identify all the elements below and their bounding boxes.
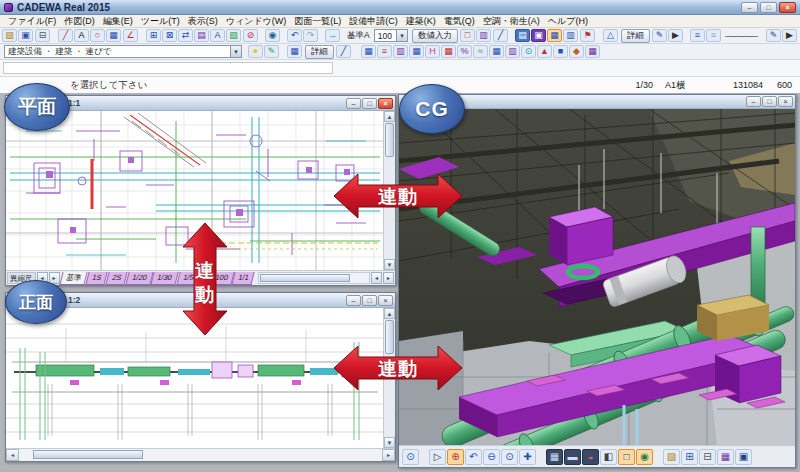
tab-scale-2s[interactable]: 2S: [105, 272, 127, 285]
plan-vscroll-thumb[interactable]: [385, 123, 394, 157]
front-maximize-button[interactable]: □: [362, 295, 377, 306]
block-icon[interactable]: ■: [553, 45, 568, 58]
select-rect-icon[interactable]: □: [460, 29, 475, 42]
style-pick-icon[interactable]: ▶: [782, 29, 797, 42]
menu-edit[interactable]: 編集(E): [100, 15, 136, 28]
zoom-window-icon[interactable]: ⊙: [402, 449, 419, 465]
scroll-up-icon[interactable]: ▲: [384, 308, 395, 319]
thick-line-icon[interactable]: ≡: [690, 29, 705, 42]
cg-save-icon[interactable]: ▣: [735, 449, 752, 465]
undo-icon[interactable]: ↶: [287, 29, 302, 42]
menu-hvac-sanitary[interactable]: 空調・衛生(A): [480, 15, 543, 28]
hanger-icon[interactable]: H: [425, 45, 440, 58]
zoom-previous-icon[interactable]: ↶: [465, 449, 482, 465]
layers-icon[interactable]: ▤: [194, 29, 209, 42]
plan-minimize-button[interactable]: –: [346, 98, 361, 109]
pan-icon[interactable]: ✚: [519, 449, 536, 465]
alert-icon[interactable]: ▲: [537, 45, 552, 58]
menu-tools[interactable]: ツール(T): [138, 15, 183, 28]
front-close-button[interactable]: ×: [378, 295, 393, 306]
cg-maximize-button[interactable]: □: [762, 96, 777, 107]
grid-icon[interactable]: ▦: [106, 29, 121, 42]
menu-help[interactable]: ヘルプ(H): [545, 15, 591, 28]
duct-violet-icon[interactable]: ▦: [585, 45, 600, 58]
menu-window[interactable]: ウィンドウ(W): [223, 15, 290, 28]
scale-combo[interactable]: 100 ▾: [374, 29, 408, 42]
zoom-out-icon[interactable]: ⊖: [483, 449, 500, 465]
plan-horizontal-scrollbar[interactable]: [258, 272, 370, 284]
scroll-down-icon[interactable]: ▼: [384, 259, 395, 270]
detail-button-2[interactable]: 詳細: [305, 45, 334, 59]
lamp-icon[interactable]: ●: [248, 45, 263, 58]
valve-icon[interactable]: ⊙: [521, 45, 536, 58]
move-icon[interactable]: ⇄: [178, 29, 193, 42]
cg-close-button[interactable]: ×: [778, 96, 793, 107]
minimize-button[interactable]: –: [741, 2, 758, 13]
list-icon[interactable]: ▤: [515, 29, 530, 42]
polyline-icon[interactable]: ∠: [123, 29, 138, 42]
duct-icon[interactable]: ▥: [563, 29, 578, 42]
title-bar[interactable]: CADEWA Real 2015 – □ ×: [0, 0, 800, 15]
view-plan-icon[interactable]: ▬: [564, 449, 581, 465]
scroll-up-icon[interactable]: ▲: [384, 111, 395, 122]
grid-blue-icon[interactable]: ▦: [489, 45, 504, 58]
zoom-in-icon[interactable]: ⊕: [447, 449, 464, 465]
cg-copy-icon[interactable]: ⊞: [681, 449, 698, 465]
view-iso-icon[interactable]: ◒: [582, 449, 599, 465]
command-input[interactable]: [3, 62, 333, 74]
search-icon[interactable]: ◉: [265, 29, 280, 42]
tab-scale-base[interactable]: 基準: [59, 272, 87, 285]
menu-equipment-apply[interactable]: 設備申請(C): [346, 15, 401, 28]
view-front-icon[interactable]: ▦: [546, 449, 563, 465]
pipe-red-icon[interactable]: ≡: [377, 45, 392, 58]
duct-blue-icon[interactable]: ▦: [361, 45, 376, 58]
frame-icon[interactable]: ▦: [547, 29, 562, 42]
close-button[interactable]: ×: [779, 2, 796, 13]
menu-view[interactable]: 表示(S): [185, 15, 221, 28]
duct-blue2-icon[interactable]: ▦: [409, 45, 424, 58]
triangle-icon[interactable]: △: [603, 29, 618, 42]
cg-minimize-button[interactable]: –: [746, 96, 761, 107]
chevron-down-icon[interactable]: ▾: [230, 46, 241, 57]
scroll-down-icon[interactable]: ▼: [384, 437, 395, 448]
pen-style-icon[interactable]: ✎: [766, 29, 781, 42]
plan-maximize-button[interactable]: □: [362, 98, 377, 109]
menu-electric[interactable]: 電気(Q): [441, 15, 478, 28]
pen-pick-icon[interactable]: ▶: [668, 29, 683, 42]
text-icon[interactable]: A: [74, 29, 89, 42]
cg-capture-icon[interactable]: ▦: [717, 449, 734, 465]
menu-drawing-list[interactable]: 図面一覧(L): [291, 15, 344, 28]
chart-icon[interactable]: ▥: [476, 29, 491, 42]
slope-icon[interactable]: %: [457, 45, 472, 58]
flex-pipe-icon[interactable]: ≈: [473, 45, 488, 58]
paste-icon[interactable]: ⊠: [162, 29, 177, 42]
hscroll-right-icon[interactable]: ▸: [383, 272, 394, 284]
tab-scale-1-1[interactable]: 1/1: [232, 272, 256, 285]
print-icon[interactable]: ⊟: [35, 29, 50, 42]
save-icon[interactable]: ▣: [18, 29, 33, 42]
redo-icon[interactable]: ↷: [303, 29, 318, 42]
diamond-icon[interactable]: ◆: [569, 45, 584, 58]
copy-icon[interactable]: ⊞: [146, 29, 161, 42]
layer-combo[interactable]: 建築設備 ・ 建築 ・ 連びで ▾: [4, 45, 242, 58]
front-horizontal-scrollbar[interactable]: ◂ ▸: [6, 448, 395, 461]
detail-button[interactable]: 詳細: [621, 29, 650, 43]
slash-icon[interactable]: ╱: [336, 45, 351, 58]
fill-icon[interactable]: ▧: [226, 29, 241, 42]
plan-hscroll-thumb[interactable]: [260, 274, 350, 282]
render-icon[interactable]: ◉: [636, 449, 653, 465]
tab-scale-1-20[interactable]: 1/20: [125, 272, 153, 285]
hscroll-left-icon[interactable]: ◂: [371, 272, 382, 284]
thin-line-icon[interactable]: ≡: [706, 29, 721, 42]
hidden-line-icon[interactable]: ◧: [600, 449, 617, 465]
box-icon[interactable]: ▣: [531, 29, 546, 42]
zoom-extents-icon[interactable]: ⊙: [501, 449, 518, 465]
front-hscroll-thumb[interactable]: [33, 450, 143, 459]
erase-icon[interactable]: ⊘: [243, 29, 258, 42]
table-icon[interactable]: ▦: [287, 45, 302, 58]
pen-color-icon[interactable]: ✎: [652, 29, 667, 42]
select-arrow-icon[interactable]: ▷: [429, 449, 446, 465]
chevron-down-icon[interactable]: ▾: [396, 30, 407, 41]
front-minimize-button[interactable]: –: [346, 295, 361, 306]
plan-close-button[interactable]: ×: [378, 98, 393, 109]
